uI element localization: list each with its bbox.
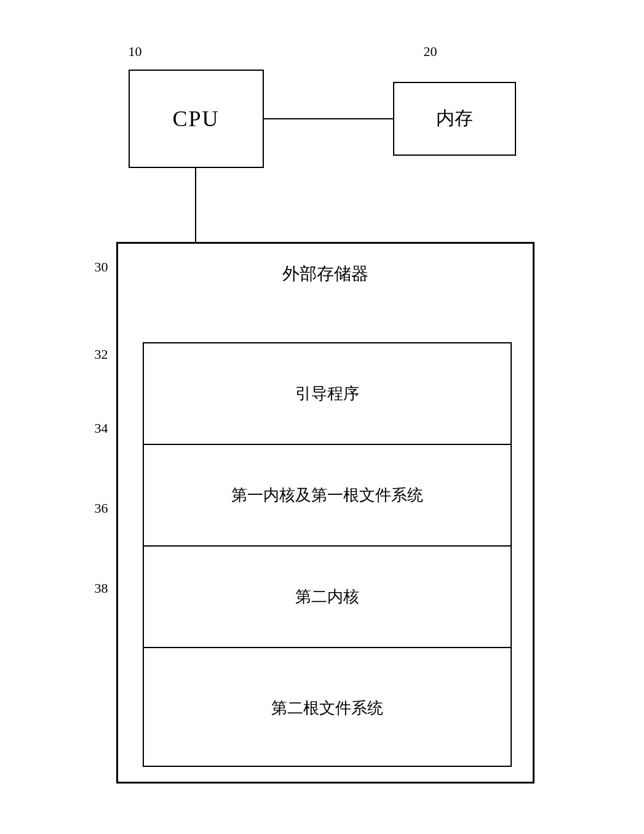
diagram-container: 10 20 CPU 内存 30 外部存储器 引导程序 第一内核及第一根文件系统: [92, 33, 553, 802]
label-20: 20: [424, 44, 437, 60]
section-kernel2: 第二内核: [144, 547, 511, 648]
connector-horizontal: [264, 118, 393, 120]
inner-storage-box: 引导程序 第一内核及第一根文件系统 第二内核 第二根文件系统: [143, 342, 512, 767]
section-kernel1: 第一内核及第一根文件系统: [144, 445, 511, 547]
outer-storage-label: 外部存储器: [118, 262, 533, 286]
label-36: 36: [95, 500, 108, 516]
section-rootfs2: 第二根文件系统: [144, 648, 511, 768]
cpu-label: CPU: [172, 106, 219, 132]
cpu-box: CPU: [129, 70, 264, 168]
memory-box: 内存: [393, 82, 516, 156]
outer-storage-box: 外部存储器 引导程序 第一内核及第一根文件系统 第二内核 第二根文件系统: [116, 242, 535, 784]
label-10: 10: [129, 44, 142, 60]
connector-vertical: [195, 168, 197, 242]
label-32: 32: [95, 347, 108, 363]
label-38: 38: [95, 580, 108, 596]
label-34: 34: [95, 420, 108, 436]
section-bootloader: 引导程序: [144, 343, 511, 445]
label-30: 30: [95, 259, 108, 275]
memory-label: 内存: [436, 106, 473, 131]
